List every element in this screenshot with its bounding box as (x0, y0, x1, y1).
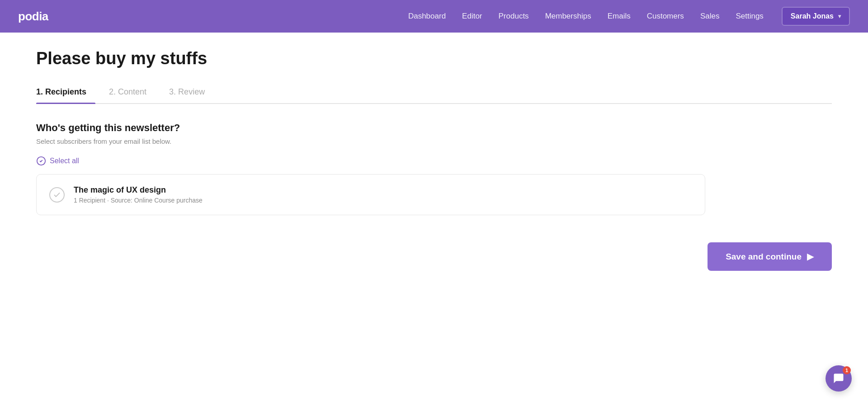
nav-item-dashboard[interactable]: Dashboard (408, 12, 446, 20)
select-all-button[interactable]: Select all (36, 156, 79, 166)
logo[interactable]: podia (18, 9, 48, 24)
save-btn-label: Save and continue (726, 252, 802, 262)
chat-badge: 1 (843, 366, 851, 374)
check-icon (53, 191, 61, 199)
nav-item-memberships[interactable]: Memberships (545, 12, 591, 20)
nav-item-sales[interactable]: Sales (700, 12, 720, 20)
nav-links: Dashboard Editor Products Memberships Em… (408, 12, 764, 21)
tab-bar: 1. Recipients 2. Content 3. Review (36, 83, 832, 104)
main-content: Please buy my stuffs 1. Recipients 2. Co… (0, 33, 868, 307)
chat-icon (832, 372, 845, 385)
page-title: Please buy my stuffs (36, 49, 832, 68)
save-and-continue-button[interactable]: Save and continue ▶ (708, 242, 832, 271)
nav-item-products[interactable]: Products (499, 12, 529, 20)
save-btn-area: Save and continue ▶ (36, 242, 832, 271)
user-menu-button[interactable]: Sarah Jonas ▾ (782, 7, 850, 26)
recipient-card[interactable]: The magic of UX design 1 Recipient · Sou… (36, 174, 705, 215)
recipient-checkbox[interactable] (49, 187, 65, 203)
arrow-right-icon: ▶ (807, 251, 814, 262)
tab-review[interactable]: 3. Review (169, 83, 214, 103)
section-subtitle: Select subscribers from your email list … (36, 137, 832, 145)
recipient-meta: 1 Recipient · Source: Online Course purc… (74, 197, 203, 204)
chat-bubble-button[interactable]: 1 (826, 365, 852, 392)
section-title: Who's getting this newsletter? (36, 122, 832, 134)
nav-item-editor[interactable]: Editor (462, 12, 482, 20)
select-all-label: Select all (50, 157, 79, 165)
tab-recipients[interactable]: 1. Recipients (36, 83, 95, 103)
top-nav: podia Dashboard Editor Products Membersh… (0, 0, 868, 33)
nav-item-emails[interactable]: Emails (608, 12, 631, 20)
select-all-icon (36, 156, 46, 166)
nav-item-customers[interactable]: Customers (647, 12, 684, 20)
user-name-label: Sarah Jonas (791, 12, 834, 20)
recipient-info: The magic of UX design 1 Recipient · Sou… (74, 185, 203, 204)
recipient-name: The magic of UX design (74, 185, 203, 195)
chevron-down-icon: ▾ (838, 13, 841, 19)
nav-item-settings[interactable]: Settings (736, 12, 763, 20)
tab-content[interactable]: 2. Content (109, 83, 156, 103)
